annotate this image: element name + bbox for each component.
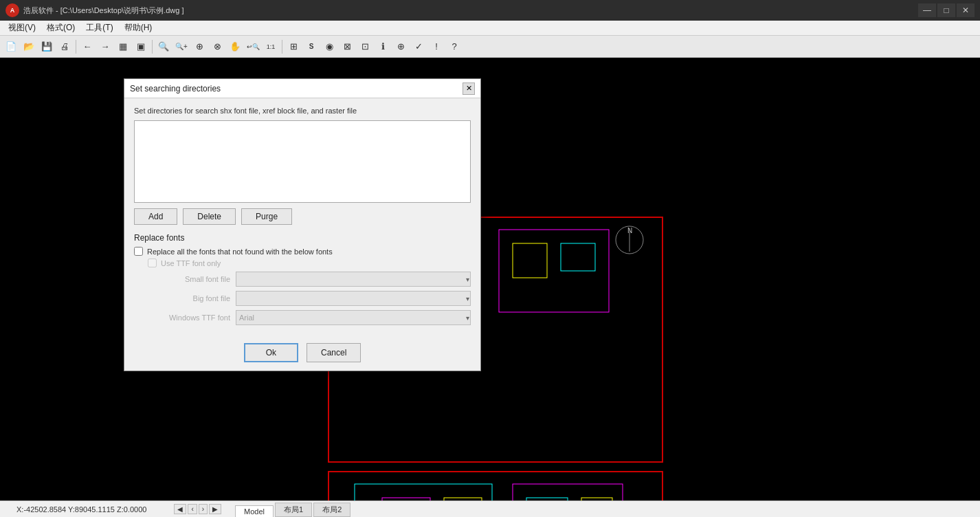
replace-fonts-title: Replace fonts bbox=[134, 233, 471, 243]
title-bar: A 浩辰软件 - [C:\Users\Desktop\说明书\示例.dwg ] … bbox=[0, 0, 980, 21]
menu-format[interactable]: 格式(O) bbox=[41, 21, 80, 35]
minimize-button[interactable]: — bbox=[918, 3, 936, 17]
toolbar-s[interactable]: S bbox=[303, 38, 320, 55]
window-title: 浩辰软件 - [C:\Users\Desktop\说明书\示例.dwg ] bbox=[23, 6, 918, 16]
toolbar-zoom-prev[interactable]: ↩🔍 bbox=[245, 38, 261, 55]
cancel-button[interactable]: Cancel bbox=[307, 343, 361, 362]
small-font-select-wrapper: ▾ bbox=[236, 272, 471, 287]
use-ttf-checkbox[interactable] bbox=[148, 258, 157, 267]
toolbar-xref[interactable]: ⊠ bbox=[339, 38, 355, 55]
dialog-overlay: Set searching directories ✕ Set director… bbox=[0, 58, 980, 517]
set-searching-directories-dialog: Set searching directories ✕ Set director… bbox=[124, 78, 481, 371]
replace-all-checkbox[interactable] bbox=[134, 247, 143, 256]
replace-all-label[interactable]: Replace all the fonts that not found wit… bbox=[147, 248, 333, 256]
small-font-select[interactable] bbox=[236, 272, 471, 287]
use-ttf-label: Use TTF font only bbox=[161, 259, 221, 267]
toolbar-zoom-realtime[interactable]: ⊗ bbox=[209, 38, 225, 55]
toolbar-ref[interactable]: ⊕ bbox=[392, 38, 409, 55]
use-ttf-checkbox-row: Use TTF font only bbox=[134, 258, 471, 267]
big-font-label: Big font file bbox=[148, 294, 230, 302]
windows-ttf-label: Windows TTF font bbox=[148, 314, 230, 322]
windows-ttf-row: Windows TTF font Arial ▾ bbox=[134, 310, 471, 325]
toolbar: 📄 📂 💾 🖨 ← → ▦ ▣ 🔍 🔍+ ⊕ ⊗ ✋ ↩🔍 1:1 ⊞ S ◉ … bbox=[0, 36, 980, 58]
maximize-button[interactable]: □ bbox=[937, 3, 955, 17]
replace-all-checkbox-row: Replace all the fonts that not found wit… bbox=[134, 247, 471, 256]
windows-ttf-select[interactable]: Arial bbox=[236, 310, 471, 325]
purge-button[interactable]: Purge bbox=[241, 208, 292, 225]
toolbar-zoom-out[interactable]: 🔍 bbox=[155, 38, 172, 55]
dialog-description: Set directories for search shx font file… bbox=[134, 107, 471, 115]
toolbar-excl[interactable]: ! bbox=[428, 38, 445, 55]
toolbar-sep-3 bbox=[282, 40, 282, 54]
dialog-close-button[interactable]: ✕ bbox=[463, 82, 475, 95]
dialog-footer: Ok Cancel bbox=[124, 338, 480, 371]
app-logo: A bbox=[5, 3, 19, 17]
directory-buttons-row: Add Delete Purge bbox=[134, 208, 471, 225]
dialog-titlebar: Set searching directories ✕ bbox=[124, 79, 480, 98]
menu-view[interactable]: 视图(V) bbox=[3, 21, 41, 35]
toolbar-new[interactable]: 📄 bbox=[3, 38, 19, 55]
toolbar-zoom-window[interactable]: ⊕ bbox=[191, 38, 208, 55]
directory-listbox[interactable] bbox=[134, 120, 471, 203]
add-button[interactable]: Add bbox=[134, 208, 177, 225]
toolbar-info[interactable]: ℹ bbox=[375, 38, 391, 55]
small-font-label: Small font file bbox=[148, 275, 230, 283]
menu-help[interactable]: 帮助(H) bbox=[119, 21, 158, 35]
windows-ttf-select-wrapper: Arial ▾ bbox=[236, 310, 471, 325]
big-font-select-wrapper: ▾ bbox=[236, 291, 471, 306]
toolbar-pan[interactable]: ✋ bbox=[227, 38, 243, 55]
toolbar-open[interactable]: 📂 bbox=[21, 38, 37, 55]
toolbar-save[interactable]: 💾 bbox=[38, 38, 55, 55]
window-close-button[interactable]: ✕ bbox=[957, 3, 975, 17]
toolbar-forward[interactable]: → bbox=[97, 38, 113, 55]
big-font-select[interactable] bbox=[236, 291, 471, 306]
ok-button[interactable]: Ok bbox=[244, 343, 298, 362]
big-font-row: Big font file ▾ bbox=[134, 291, 471, 306]
toolbar-zoom-in[interactable]: 🔍+ bbox=[173, 38, 190, 55]
menu-tools[interactable]: 工具(T) bbox=[80, 21, 118, 35]
toolbar-help[interactable]: ? bbox=[446, 38, 463, 55]
toolbar-snap[interactable]: ⊞ bbox=[285, 38, 302, 55]
toolbar-check[interactable]: ✓ bbox=[410, 38, 427, 55]
toolbar-sep-1 bbox=[76, 40, 76, 54]
menu-bar: 视图(V) 格式(O) 工具(T) 帮助(H) bbox=[0, 21, 980, 36]
window-controls: — □ ✕ bbox=[918, 3, 975, 17]
dialog-title: Set searching directories bbox=[130, 84, 221, 94]
toolbar-b2[interactable]: ▣ bbox=[133, 38, 149, 55]
toolbar-back[interactable]: ← bbox=[79, 38, 96, 55]
delete-button[interactable]: Delete bbox=[183, 208, 236, 225]
small-font-row: Small font file ▾ bbox=[134, 272, 471, 287]
toolbar-zoom-scale[interactable]: 1:1 bbox=[263, 38, 279, 55]
dialog-body: Set directories for search shx font file… bbox=[124, 98, 480, 338]
toolbar-print[interactable]: 🖨 bbox=[56, 38, 73, 55]
toolbar-sep-2 bbox=[152, 40, 153, 54]
toolbar-b1[interactable]: ▦ bbox=[115, 38, 131, 55]
toolbar-circle[interactable]: ◉ bbox=[321, 38, 337, 55]
toolbar-paste[interactable]: ⊡ bbox=[357, 38, 373, 55]
